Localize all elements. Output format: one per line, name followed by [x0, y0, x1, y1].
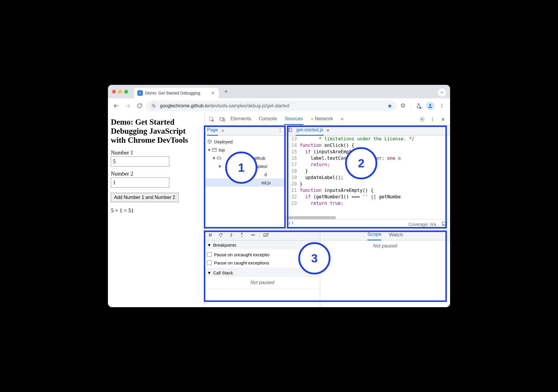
navigator-overflow-icon[interactable]: » — [221, 128, 224, 133]
navigator-tabs: Page » ⋮ — [205, 125, 285, 136]
browser-toolbar: googlechrome.github.io/devtools-samples/… — [108, 98, 450, 114]
code-view[interactable]: 13 * limitations under the License. */ 1… — [285, 136, 450, 216]
tab-network[interactable]: Network — [310, 114, 334, 125]
device-toolbar-icon[interactable] — [217, 114, 228, 125]
tree-deployed[interactable]: Deployed — [205, 137, 285, 146]
cube-icon — [207, 139, 212, 144]
step-icon[interactable] — [249, 231, 256, 239]
pause-icon[interactable] — [206, 231, 214, 239]
debugger-pane: ▼Breakpoints Pause on uncaught exceptio … — [205, 229, 450, 307]
site-info-icon[interactable] — [150, 102, 157, 109]
svg-point-1 — [140, 93, 141, 94]
deactivate-breakpoints-icon[interactable] — [262, 231, 270, 239]
callstack-section: ▼Call Stack Not paused — [205, 268, 320, 288]
tree-top[interactable]: ▼ top — [205, 146, 285, 154]
svg-point-16 — [432, 118, 433, 118]
navigator-tab-page[interactable]: Page — [207, 125, 218, 136]
svg-point-9 — [442, 104, 442, 105]
tab-watch[interactable]: Watch — [389, 232, 403, 238]
breakpoints-header[interactable]: ▼Breakpoints — [205, 240, 320, 249]
minimize-window-button[interactable] — [118, 90, 122, 94]
svg-rect-28 — [211, 233, 211, 236]
callstack-not-paused: Not paused — [205, 277, 320, 288]
labs-button[interactable] — [413, 101, 424, 111]
page-heading: Demo: Get Started Debugging JavaScript w… — [111, 118, 202, 145]
tab-search-button[interactable] — [438, 88, 446, 97]
breakpoints-section: ▼Breakpoints Pause on uncaught exceptio … — [205, 240, 320, 268]
devtools-panel: Elements Console Sources Network » — [204, 114, 450, 307]
number2-input[interactable] — [111, 178, 169, 188]
bookmark-star-icon[interactable]: ★ — [387, 102, 392, 109]
tab-sources[interactable]: Sources — [284, 114, 303, 125]
step-into-icon[interactable] — [228, 231, 235, 239]
address-bar[interactable]: googlechrome.github.io/devtools-samples/… — [146, 100, 397, 111]
debugger-toolbar — [205, 229, 320, 240]
file-tree: Deployed ▼ top ▼ — [205, 136, 285, 188]
pause-uncaught-checkbox[interactable]: Pause on uncaught exceptio — [207, 250, 318, 259]
devtools-menu-icon[interactable] — [427, 114, 438, 125]
horizontal-scrollbar[interactable] — [285, 216, 450, 219]
debugger-left: ▼Breakpoints Pause on uncaught exceptio … — [205, 229, 320, 307]
tree-folder2[interactable]: d — [205, 170, 285, 178]
svg-point-10 — [442, 105, 442, 106]
tab-favicon — [137, 90, 143, 96]
back-button[interactable] — [111, 101, 121, 111]
browser-window: Demo: Get Started Debugging ✕ + googlech… — [108, 85, 450, 307]
frame-icon — [212, 147, 217, 152]
tree-origin[interactable]: ▼ e.github — [205, 154, 285, 162]
navigator-menu-icon[interactable]: ⋮ — [278, 128, 283, 133]
reload-button[interactable] — [134, 101, 145, 111]
step-over-icon[interactable] — [217, 231, 225, 239]
extensions-button[interactable] — [398, 101, 408, 111]
tree-file-selected[interactable]: ed.js — [205, 178, 285, 187]
navigator-pane: Page » ⋮ Deployed — [205, 125, 285, 229]
tab-console[interactable]: Console — [258, 114, 278, 125]
editor-tab-file[interactable]: get-started.js — [296, 125, 324, 136]
devtools-toolbar: Elements Console Sources Network » — [205, 114, 450, 125]
svg-point-29 — [221, 236, 221, 236]
callstack-header[interactable]: ▼Call Stack — [205, 268, 320, 277]
maximize-window-button[interactable] — [124, 90, 128, 94]
window-controls — [112, 90, 128, 94]
browser-menu-button[interactable] — [437, 101, 447, 111]
tab-close-button[interactable]: ✕ — [211, 91, 215, 95]
devtools-close-icon[interactable] — [438, 114, 448, 125]
tree-folder[interactable]: ▼ mples/ — [205, 162, 285, 170]
browser-tab[interactable]: Demo: Get Started Debugging ✕ — [134, 88, 219, 98]
step-out-icon[interactable] — [238, 231, 246, 239]
forward-button[interactable] — [123, 101, 133, 111]
toolbar-divider — [411, 102, 411, 109]
svg-point-15 — [421, 118, 423, 120]
toggle-navigator-icon[interactable] — [287, 128, 292, 133]
profile-button[interactable] — [425, 101, 435, 111]
inspect-element-icon[interactable] — [206, 114, 217, 125]
expand-icon: ▼ — [212, 156, 215, 161]
svg-rect-21 — [212, 148, 216, 152]
svg-rect-13 — [220, 118, 223, 120]
expand-icon: ▼ — [207, 147, 210, 152]
demo-page: Demo: Get Started Debugging JavaScript w… — [108, 114, 204, 307]
svg-point-4 — [152, 104, 154, 106]
devtools-tabs: Elements Console Sources Network » — [230, 114, 344, 125]
tab-elements[interactable]: Elements — [230, 114, 252, 125]
toggle-debugger-icon[interactable] — [442, 221, 447, 227]
tab-title: Demo: Get Started Debugging — [145, 91, 208, 95]
svg-point-35 — [254, 234, 255, 235]
devtools-settings-icon[interactable] — [417, 114, 427, 125]
tab-scope[interactable]: Scope — [367, 229, 381, 240]
divider — [259, 232, 259, 238]
pause-caught-checkbox[interactable]: Pause on caught exceptions — [207, 259, 318, 267]
number1-input[interactable] — [111, 157, 169, 166]
add-button[interactable]: Add Number 1 and Number 2 — [111, 193, 178, 202]
sources-panel-body: Page » ⋮ Deployed — [205, 125, 450, 307]
number1-label: Number 1 — [111, 149, 202, 156]
editor-tab-close-icon[interactable]: ✕ — [326, 128, 330, 133]
svg-point-5 — [154, 106, 155, 107]
pretty-print-icon[interactable] — [288, 221, 294, 227]
tabs-overflow-icon[interactable]: » — [340, 114, 344, 125]
new-tab-button[interactable]: + — [222, 87, 230, 96]
svg-point-31 — [231, 236, 232, 237]
close-window-button[interactable] — [112, 90, 116, 94]
debugger-right: Scope Watch Not paused — [320, 229, 450, 307]
scope-not-paused: Not paused — [320, 240, 450, 252]
